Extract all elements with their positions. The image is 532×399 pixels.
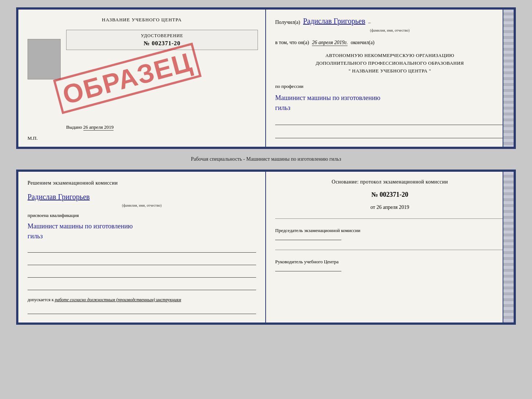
date-prefix-bottom: от (370, 204, 375, 210)
issued-date: 26 апреля 2019 (83, 124, 114, 131)
document-top: НАЗВАНИЕ УЧЕБНОГО ЦЕНТРА УДОСТОВЕРЕНИЕ №… (16, 7, 516, 149)
stamp-obrazec: ОБРАЗЕЦ (53, 42, 202, 114)
spine-b-dash-3 (506, 216, 512, 216)
mp-label: М.П. (28, 135, 37, 141)
spine-b-dash-2 (506, 189, 512, 190)
spine-b-dash-5 (506, 270, 512, 270)
spine-dash-6 (506, 110, 512, 110)
qualification-prefix: присвоена квалификация (28, 213, 256, 218)
chairman-title: Председатель экзаменационной комиссии (275, 227, 504, 235)
spine-b-dash-9 (506, 316, 512, 317)
spine-b-dash-7 (506, 293, 512, 293)
separator-label: Рабочая специальность - Машинист машины … (191, 156, 341, 163)
qual-line2: гильз (28, 232, 43, 240)
underline-b1 (28, 245, 256, 253)
spine-letter-i: И (508, 36, 510, 40)
doc-top-left: НАЗВАНИЕ УЧЕБНОГО ЦЕНТРА УДОСТОВЕРЕНИЕ №… (18, 10, 266, 147)
date-row: в том, что он(а) 26 апреля 2019г. окончи… (275, 40, 504, 46)
center-title-top: НАЗВАНИЕ УЧЕБНОГО ЦЕНТРА (28, 17, 256, 23)
underline-b4 (28, 283, 256, 290)
issued-line: Выдано 26 апреля 2019 (66, 124, 114, 130)
spine-dash-9 (506, 141, 512, 142)
org-line3: " НАЗВАНИЕ УЧЕБНОГО ЦЕНТРА " (275, 67, 504, 75)
profession-handwritten: Машинист машины по изготовлению гильз (275, 93, 504, 113)
cert-title: УДОСТОВЕРЕНИЕ (71, 33, 253, 39)
received-row: Получил(а) Радислав Григорьев – (275, 17, 504, 25)
photo-placeholder (28, 39, 61, 79)
number-prefix: № (371, 191, 378, 198)
org-block: АВТОНОМНУЮ НЕКОММЕРЧЕСКУЮ ОРГАНИЗАЦИЮ ДО… (275, 52, 504, 75)
profession-line2: гильз (275, 104, 290, 111)
right-spine-top: И а ← (504, 10, 514, 147)
underline-b3 (28, 270, 256, 278)
basis-title: Основание: протокол экзаменационной коми… (275, 179, 504, 185)
allowed-row: допускается к работе согласно должностны… (28, 297, 256, 303)
underline2 (275, 131, 504, 138)
underline-b5 (28, 307, 256, 314)
profession-line1: Машинист машины по изготовлению (275, 94, 380, 101)
date-value: 26 апреля 2019г. (312, 40, 348, 46)
cert-number: № 002371-20 (71, 40, 253, 47)
qualification-handwritten: Машинист машины по изготовлению гильз (28, 221, 256, 241)
spine-dash-5 (506, 99, 512, 99)
profession-prefix: по профессии (275, 83, 504, 89)
spine-dash-3 (506, 50, 512, 50)
spine-dash-4 (506, 74, 512, 75)
spine-arrow: ← (507, 85, 511, 89)
chairman-sign-line (275, 240, 341, 240)
name-handwritten-top: Радислав Григорьев (303, 17, 365, 25)
underline-b2 (28, 258, 256, 265)
spine-dash-1 (506, 15, 512, 15)
doc-bottom-left: Решением экзаменационной комиссии Радисл… (18, 172, 266, 322)
number-value: 002371-20 (380, 191, 408, 198)
received-prefix: Получил(а) (275, 19, 300, 25)
decision-title: Решением экзаменационной комиссии (28, 179, 256, 187)
dash-line-1 (275, 218, 504, 219)
spine-dash-7 (506, 120, 512, 121)
spine-b-dash-4 (506, 243, 512, 243)
cert-card: УДОСТОВЕРЕНИЕ № 002371-20 (66, 30, 258, 50)
spine-dash-8 (506, 131, 512, 131)
number-row: № 002371-20 (275, 191, 504, 199)
spine-b-dash-1 (506, 178, 512, 178)
qual-line1: Машинист машины по изготовлению (28, 222, 133, 230)
spine-b-letter-i: И (508, 201, 510, 205)
spine-b-dash-6 (506, 281, 512, 282)
date-suffix: окончил(а) (351, 40, 374, 46)
director-sign-line (275, 271, 341, 271)
spine-letter-a: а (508, 60, 510, 64)
date-prefix: в том, что он(а) (275, 40, 309, 46)
allowed-prefix: допускается к (28, 297, 54, 302)
name-handwritten-bottom: Радислав Григорьев (28, 193, 256, 201)
issued-prefix: Выдано (66, 124, 82, 130)
org-line2: ДОПОЛНИТЕЛЬНОГО ПРОФЕССИОНАЛЬНОГО ОБРАЗО… (275, 60, 504, 67)
underline1 (275, 118, 504, 125)
director-title: Руководитель учебного Центра (275, 258, 504, 266)
allowed-italic: работе согласно должностным (производств… (55, 297, 181, 302)
dash-line-2 (275, 250, 504, 250)
document-bottom: Решением экзаменационной комиссии Радисл… (16, 170, 516, 324)
org-line1: АВТОНОМНУЮ НЕКОММЕРЧЕСКУЮ ОРГАНИЗАЦИЮ (275, 52, 504, 60)
spine-dash-2 (506, 25, 512, 26)
spine-b-arrow: ← (507, 254, 511, 258)
date-value-bottom: 26 апреля 2019 (377, 204, 409, 210)
doc-bottom-right: Основание: протокол экзаменационной коми… (266, 172, 514, 322)
name-sublabel-bottom: (фамилия, имя, отчество) (28, 203, 256, 207)
doc-top-right: Получил(а) Радислав Григорьев – (фамилия… (266, 10, 514, 147)
spine-b-letter-a: а (508, 228, 510, 231)
date-row-bottom: от 26 апреля 2019 (275, 204, 504, 210)
name-sublabel-top: (фамилия, имя, отчество) (275, 28, 504, 32)
spine-b-dash-8 (506, 304, 512, 305)
right-spine-bottom: И а ← (504, 172, 514, 322)
